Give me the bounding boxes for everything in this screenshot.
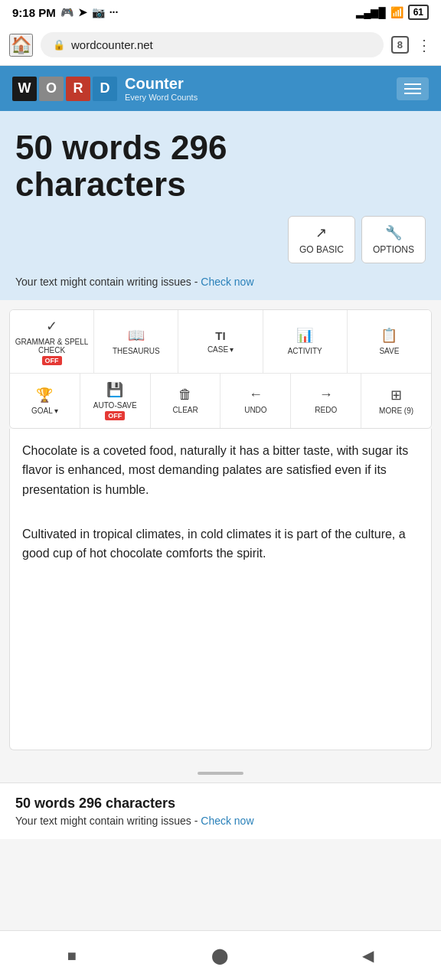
word-count-line1: 50 words 296 [15,129,227,166]
word-count-display: 50 words 296 characters [15,129,426,204]
redo-button[interactable]: → REDO [291,374,361,428]
back-button[interactable]: ◀ [347,940,389,971]
stats-section: 50 words 296 characters ↗ GO BASIC 🔧 OPT… [0,111,441,300]
case-label: CASE [207,345,228,354]
browser-more-button[interactable]: ⋮ [416,36,432,54]
goal-label: GOAL [31,407,53,415]
scroll-indicator [0,760,441,782]
checkmark-icon: ✓ [46,318,57,335]
text-area[interactable]: Chocolate is a coveted food, naturally i… [9,429,432,750]
lock-icon: 🔒 [53,39,65,51]
logo-letters: W O R D [12,77,117,101]
options-icon: 🔧 [385,224,402,241]
bottom-stats: 50 words 296 characters Your text might … [0,782,441,839]
toolbar: ✓ GRAMMAR & SPELL CHECK OFF 📖 THESAURUS … [9,309,432,429]
save-label: SAVE [379,347,399,355]
paragraph-1: Chocolate is a coveted food, naturally i… [22,441,419,500]
battery-level: 61 [413,7,423,18]
home-button[interactable]: 🏠 [9,34,33,57]
thesaurus-label: THESAURUS [113,347,160,355]
logo-o: O [39,77,64,101]
clear-button[interactable]: 🗑 CLEAR [151,374,221,428]
scroll-bar [198,772,243,775]
goal-arrow-icon: ▾ [54,407,58,415]
go-basic-label: GO BASIC [299,244,344,255]
case-arrow-icon: ▾ [230,345,234,354]
more-icon: ⊞ [390,387,402,403]
toolbar-row-1: ✓ GRAMMAR & SPELL CHECK OFF 📖 THESAURUS … [10,310,431,374]
undo-icon: ← [249,387,263,403]
auto-save-off-badge: OFF [105,411,125,420]
thesaurus-button[interactable]: 📖 THESAURUS [94,310,178,373]
redo-icon: → [319,387,333,403]
action-buttons: ↗ GO BASIC 🔧 OPTIONS [15,216,426,263]
wifi-icon: 📶 [390,6,403,18]
hamburger-line-1 [404,83,421,85]
case-icon: TI [215,329,225,342]
nav-bar: ■ ⬤ ◀ [0,930,441,980]
auto-save-icon: 💾 [106,381,123,398]
clear-icon: 🗑 [178,387,192,403]
gamepad-icon: 🎮 [60,6,74,18]
bottom-check-now-link[interactable]: Check now [201,815,253,827]
activity-icon: 📊 [296,327,313,344]
logo-text: Counter Every Word Counts [125,75,198,102]
back-icon: ◀ [362,947,374,964]
options-button[interactable]: 🔧 OPTIONS [361,216,426,263]
stop-icon: ■ [67,947,77,964]
auto-save-label: AUTO-SAVE [93,401,137,410]
status-bar: 9:18 PM 🎮 ➤ 📷 ··· ▂▄▆█ 📶 61 [0,0,441,24]
bottom-count: 50 words 296 characters [15,795,426,812]
case-button[interactable]: TI CASE ▾ [178,310,263,373]
go-basic-button[interactable]: ↗ GO BASIC [288,216,355,263]
characters-label: characters [15,165,186,203]
activity-label: ACTIVITY [288,347,322,355]
undo-label: UNDO [244,406,266,414]
tagline-label: Every Word Counts [125,93,198,102]
goal-icon: 🏆 [36,387,53,403]
go-basic-icon: ↗ [315,224,327,241]
home-circle-icon: ⬤ [211,947,228,964]
writing-issues: Your text might contain writing issues -… [15,276,426,288]
camera-icon: 📷 [92,6,105,18]
logo-w: W [12,77,37,101]
logo-r: R [66,77,90,101]
battery-container: 61 [408,5,429,20]
hamburger-menu[interactable] [397,77,429,100]
navigation-icon: ➤ [78,6,87,18]
more-button[interactable]: ⊞ MORE (9) [361,374,431,428]
goal-button[interactable]: 🏆 GOAL ▾ [10,374,80,428]
browser-bar: 🏠 🔒 wordcounter.net 8 ⋮ [0,24,441,66]
site-header: W O R D Counter Every Word Counts [0,66,441,111]
thesaurus-icon: 📖 [128,327,145,344]
bottom-issues-prefix: Your text might contain writing issues - [15,815,201,827]
save-button[interactable]: 📋 SAVE [348,310,431,373]
save-icon: 📋 [381,327,397,344]
home-circle-button[interactable]: ⬤ [196,940,243,971]
toolbar-row-2: 🏆 GOAL ▾ 💾 AUTO-SAVE OFF 🗑 CLEAR ← UNDO … [10,374,431,428]
stop-button[interactable]: ■ [52,941,92,971]
options-label: OPTIONS [373,244,414,255]
bottom-issues: Your text might contain writing issues -… [15,815,426,827]
activity-button[interactable]: 📊 ACTIVITY [263,310,348,373]
grammar-spell-label: GRAMMAR & SPELL CHECK [13,338,90,354]
clear-label: CLEAR [172,406,198,414]
url-bar[interactable]: 🔒 wordcounter.net [41,32,384,57]
auto-save-button[interactable]: 💾 AUTO-SAVE OFF [80,374,151,428]
check-now-link[interactable]: Check now [201,276,253,288]
counter-label: Counter [125,75,198,93]
grammar-off-badge: OFF [42,356,62,365]
tab-count[interactable]: 8 [391,36,409,54]
paragraph-2: Cultivated in tropical climates, in cold… [22,524,419,564]
writing-issues-prefix: Your text might contain writing issues - [15,276,201,288]
hamburger-line-3 [404,93,421,94]
more-label: MORE (9) [379,407,413,415]
grammar-spell-button[interactable]: ✓ GRAMMAR & SPELL CHECK OFF [10,310,94,373]
url-text: wordcounter.net [71,38,153,51]
text-content: Chocolate is a coveted food, naturally i… [22,441,419,564]
undo-button[interactable]: ← UNDO [220,374,291,428]
logo: W O R D Counter Every Word Counts [12,75,198,102]
status-time: 9:18 PM [12,6,56,19]
redo-label: REDO [315,406,337,414]
signal-icon: ▂▄▆█ [356,7,385,18]
